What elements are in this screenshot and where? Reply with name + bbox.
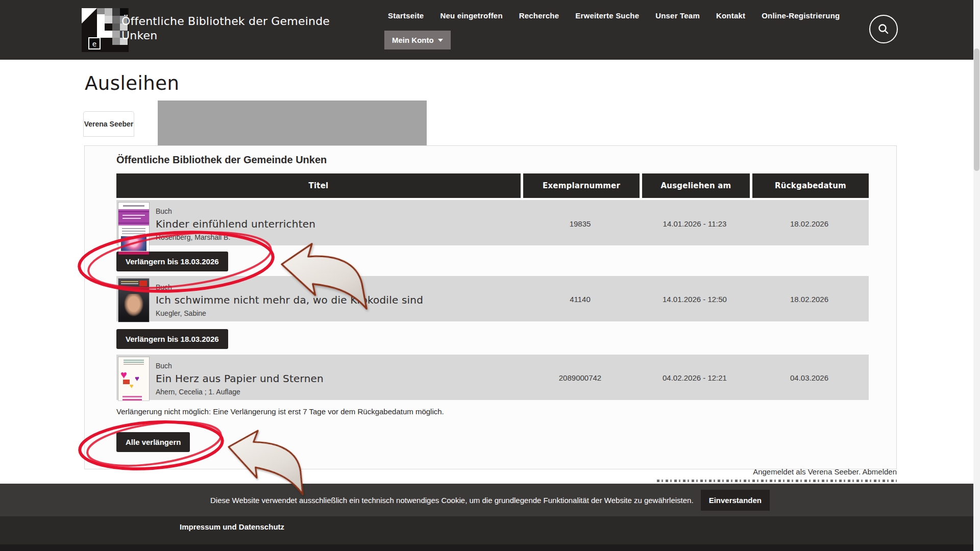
account-menu-button[interactable]: Mein Konto <box>384 31 451 49</box>
site-header: e Öffentliche Bibliothek der Gemeinde Un… <box>0 0 980 60</box>
site-footer: Impressum und Datenschutz <box>0 516 980 544</box>
renew-button-2[interactable]: Verlängern bis 18.03.2026 <box>116 329 228 349</box>
column-header-titel: Titel <box>116 173 521 198</box>
tab-verena-seeber[interactable]: Verena Seeber <box>83 111 134 137</box>
main-navigation: Startseite Neu eingetroffen Recherche Er… <box>388 11 863 20</box>
book-cover[interactable] <box>118 203 149 255</box>
loans-panel: Öffentliche Bibliothek der Gemeinde Unke… <box>84 145 897 469</box>
nav-item-startseite[interactable]: Startseite <box>388 11 424 20</box>
svg-text:e: e <box>92 40 96 48</box>
signed-in-status: Angemeldet als Verena Seeber. Abmelden <box>753 467 897 476</box>
copy-number: 19835 <box>521 200 640 247</box>
footer-bottom-bar <box>0 544 980 551</box>
column-header-ausgeliehen-am: Ausgeliehen am <box>640 173 750 198</box>
nav-item-unser-team[interactable]: Unser Team <box>655 11 700 20</box>
cookie-banner: Diese Website verwendet ausschließlich e… <box>0 484 980 516</box>
panel-heading: Öffentliche Bibliothek der Gemeinde Unke… <box>116 154 868 166</box>
title-cell: ♥♥ ♥ Buch Ein Herz aus Papier und Sterne… <box>116 355 521 400</box>
book-title[interactable]: Ein Herz aus Papier und Sternen <box>156 372 324 385</box>
due-date: 18.02.2026 <box>750 200 869 247</box>
nav-item-online-registrierung[interactable]: Online-Registrierung <box>762 11 840 20</box>
book-cover[interactable]: ♥♥ ♥ <box>118 357 149 400</box>
due-date: 18.02.2026 <box>750 276 869 322</box>
borrowed-date: 14.01.2026 - 11:23 <box>640 200 750 247</box>
site-title: Öffentliche Bibliothek der Gemeinde Unke… <box>121 14 356 43</box>
media-type: Buch <box>156 362 324 370</box>
column-header-rueckgabedatum: Rückgabedatum <box>750 173 869 198</box>
nav-item-neu-eingetroffen[interactable]: Neu eingetroffen <box>440 11 502 20</box>
action-strip: Verlängern bis 18.03.2026 <box>116 321 868 355</box>
borrowed-date: 04.02.2026 - 12:21 <box>640 355 750 400</box>
book-title[interactable]: Kinder einfühlend unterrichten <box>156 218 315 230</box>
nav-item-kontakt[interactable]: Kontakt <box>716 11 745 20</box>
imprint-link[interactable]: Impressum und Datenschutz <box>180 522 284 531</box>
site-title-line1: Öffentliche Bibliothek der Gemeinde <box>121 14 356 29</box>
copy-number: 41140 <box>521 276 640 322</box>
action-strip: Verlängern bis 18.03.2026 <box>116 245 868 276</box>
borrowed-date: 14.01.2026 - 12:50 <box>640 276 750 322</box>
book-title[interactable]: Ich schwimme nicht mehr da, wo die Kroko… <box>156 294 423 306</box>
site-title-line2: Unken <box>121 29 356 43</box>
nav-item-erweiterte-suche[interactable]: Erweiterte Suche <box>575 11 639 20</box>
loan-row: ♥♥ ♥ Buch Ein Herz aus Papier und Sterne… <box>116 355 869 400</box>
loan-row: Buch Ich schwimme nicht mehr da, wo die … <box>116 276 869 321</box>
book-author: Rosenberg, Marshall B. <box>156 233 315 241</box>
book-author: Kuegler, Sabine <box>156 309 423 317</box>
book-cover[interactable] <box>118 279 149 322</box>
account-menu-label: Mein Konto <box>392 36 434 44</box>
logout-link[interactable]: Abmelden <box>862 467 897 476</box>
title-cell: Buch Ich schwimme nicht mehr da, wo die … <box>116 276 521 322</box>
cookie-accept-button[interactable]: Einverstanden <box>701 490 770 511</box>
search-icon <box>878 23 889 35</box>
search-button[interactable] <box>869 15 898 43</box>
chevron-down-icon <box>438 39 443 42</box>
signed-in-text: Angemeldet als Verena Seeber. <box>753 467 861 476</box>
copy-number: 2089000742 <box>521 355 640 400</box>
clipped-footer-text <box>657 480 897 482</box>
redacted-area <box>158 101 427 145</box>
column-header-exemplarnummer: Exemplarnummer <box>521 173 640 198</box>
scrollbar-thumb[interactable] <box>974 48 979 171</box>
page-title: Ausleihen <box>85 72 180 94</box>
renew-all-button[interactable]: Alle verlängern <box>116 432 190 452</box>
media-type: Buch <box>156 207 315 215</box>
media-type: Buch <box>156 283 423 291</box>
due-date: 04.03.2026 <box>750 355 869 400</box>
loan-row: Buch Kinder einfühlend unterrichten Rose… <box>116 200 869 245</box>
cookie-message: Diese Website verwendet ausschließlich e… <box>210 496 694 505</box>
table-header-row: Titel Exemplarnummer Ausgeliehen am Rück… <box>116 173 869 198</box>
title-cell: Buch Kinder einfühlend unterrichten Rose… <box>116 200 521 247</box>
scrollbar[interactable] <box>973 0 980 551</box>
renewal-not-possible-note: Verlängerung nicht möglich: Eine Verläng… <box>116 407 868 416</box>
nav-item-recherche[interactable]: Recherche <box>519 11 559 20</box>
book-author: Ahern, Cecelia ; 1. Auflage <box>156 388 324 396</box>
